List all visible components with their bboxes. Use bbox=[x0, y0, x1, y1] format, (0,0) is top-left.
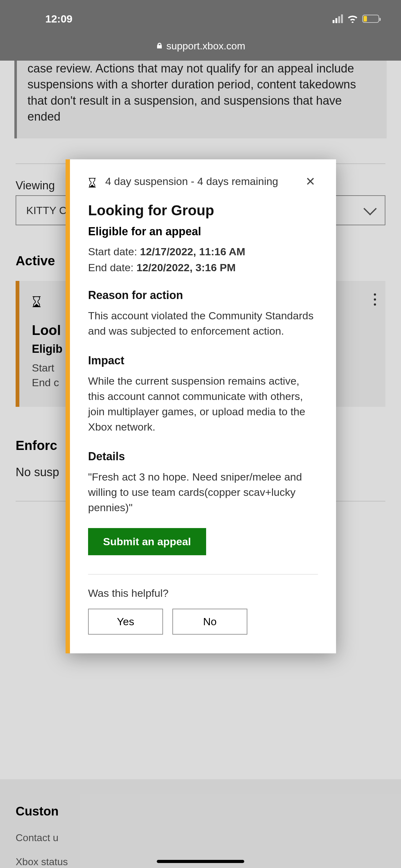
impact-heading: Impact bbox=[88, 354, 318, 367]
suspension-detail-modal: ⌛︎ 4 day suspension - 4 days remaining ✕… bbox=[66, 159, 336, 653]
home-indicator[interactable] bbox=[157, 860, 244, 863]
divider bbox=[88, 574, 318, 575]
lock-icon: 🔒︎ bbox=[156, 41, 163, 50]
browser-url-bar[interactable]: 🔒︎ support.xbox.com bbox=[0, 31, 401, 61]
modal-header-text: 4 day suspension - 4 days remaining bbox=[105, 174, 294, 189]
hourglass-icon: ⌛︎ bbox=[88, 176, 97, 191]
impact-text: While the current suspension remains act… bbox=[88, 373, 318, 435]
ios-status-bar: 12:09 bbox=[0, 0, 401, 31]
helpful-no-button[interactable]: No bbox=[172, 609, 247, 634]
status-icons bbox=[333, 14, 379, 23]
battery-icon bbox=[362, 15, 379, 23]
helpful-yes-button[interactable]: Yes bbox=[88, 609, 163, 634]
details-heading: Details bbox=[88, 450, 318, 463]
url-text: support.xbox.com bbox=[166, 40, 245, 52]
modal-title: Looking for Group bbox=[88, 202, 318, 219]
clock-time: 12:09 bbox=[45, 13, 72, 25]
submit-appeal-button[interactable]: Submit an appeal bbox=[88, 528, 206, 555]
close-button[interactable]: ✕ bbox=[303, 174, 318, 189]
modal-subtitle: Eligible for an appeal bbox=[88, 225, 318, 238]
details-text: "Fresh act 3 no hope. Need sniper/melee … bbox=[88, 469, 318, 516]
helpful-question: Was this helpful? bbox=[88, 587, 318, 599]
reason-text: This account violated the Community Stan… bbox=[88, 308, 318, 339]
reason-heading: Reason for action bbox=[88, 289, 318, 302]
end-date: End date: 12/20/2022, 3:16 PM bbox=[88, 261, 318, 274]
start-date: Start date: 12/17/2022, 11:16 AM bbox=[88, 246, 318, 258]
cellular-signal-icon bbox=[333, 14, 343, 23]
wifi-icon bbox=[347, 15, 358, 23]
